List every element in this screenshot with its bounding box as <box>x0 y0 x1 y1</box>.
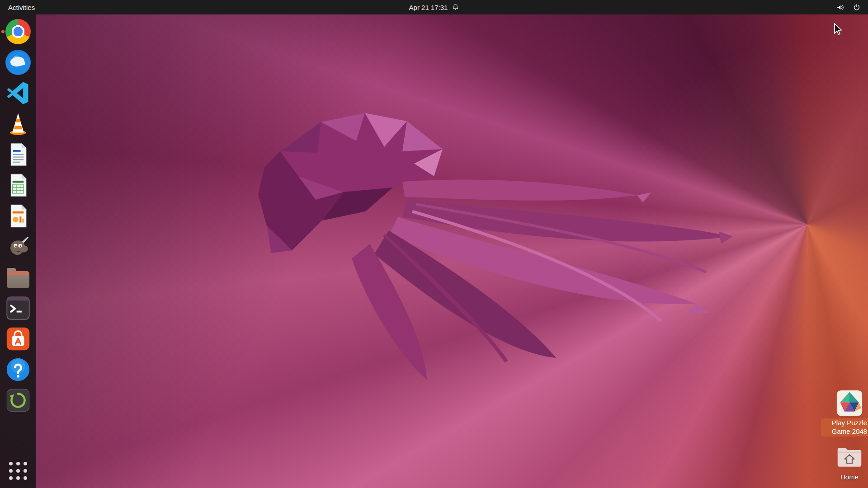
jellyfish-wallpaper-art <box>253 108 737 384</box>
dock-thunderbird[interactable] <box>0 50 36 75</box>
terminal-icon <box>5 296 31 321</box>
dock-vscode[interactable] <box>0 80 36 106</box>
dock <box>0 14 36 488</box>
activities-button[interactable]: Activities <box>0 0 43 14</box>
help-icon <box>5 357 31 382</box>
dock-impress[interactable] <box>0 203 36 229</box>
dock-terminal[interactable] <box>0 296 36 321</box>
top-bar: Activities Apr 21 17:31 <box>0 0 868 14</box>
dock-software-updater[interactable] <box>0 388 36 413</box>
app-grid-icon <box>9 462 27 480</box>
files-folder-icon <box>7 271 29 288</box>
dock-writer[interactable] <box>0 142 36 167</box>
dock-ubuntu-software[interactable] <box>0 326 36 352</box>
vscode-icon <box>5 80 31 106</box>
desktop-icon-label-home: Home <box>838 473 861 482</box>
running-indicator <box>1 30 5 33</box>
clock-button[interactable]: Apr 21 17:31 <box>405 0 464 14</box>
desktop-icon-label-2048: Play Puzzle Game 2048 <box>821 418 868 436</box>
dock-gimp[interactable] <box>0 234 36 259</box>
software-updater-icon <box>5 388 31 413</box>
desktop-icon-2048[interactable]: Play Puzzle Game 2048 <box>821 389 868 436</box>
libreoffice-writer-icon <box>5 142 31 167</box>
libreoffice-calc-icon <box>5 173 31 198</box>
dock-files[interactable] <box>0 265 36 290</box>
google-chrome-icon <box>5 19 31 44</box>
power-icon[interactable] <box>853 3 861 11</box>
ubuntu-software-icon <box>5 326 31 352</box>
dock-chrome[interactable] <box>0 19 36 44</box>
game-2048-icon <box>836 389 863 417</box>
dock-calc[interactable] <box>0 173 36 198</box>
thunderbird-icon <box>5 50 31 75</box>
home-folder-icon <box>836 444 863 471</box>
notification-bell-icon <box>452 4 459 11</box>
gimp-icon <box>5 234 31 259</box>
desktop-icon-home[interactable]: Home <box>821 444 868 482</box>
dock-vlc[interactable] <box>0 111 36 136</box>
system-tray <box>836 0 868 14</box>
libreoffice-impress-icon <box>5 203 31 229</box>
vlc-icon <box>5 111 31 136</box>
dock-show-apps[interactable] <box>0 460 36 482</box>
volume-icon[interactable] <box>836 3 844 12</box>
clock-label: Apr 21 17:31 <box>409 4 448 11</box>
dock-help[interactable] <box>0 357 36 382</box>
